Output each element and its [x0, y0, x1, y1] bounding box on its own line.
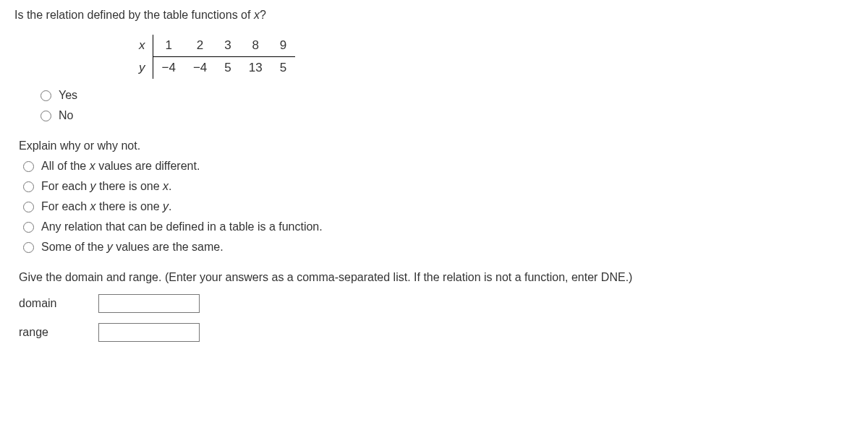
radio-icon	[23, 202, 34, 212]
option-explain-1[interactable]: All of the x values are different.	[23, 160, 854, 173]
y-cell-0: −4	[153, 57, 184, 79]
xy-table: x 1 2 3 8 9 y −4 −4 5 13 5	[130, 35, 854, 79]
option-explain-5-label: Some of the y values are the same.	[41, 241, 224, 254]
option-explain-3-label: For each x there is one y.	[41, 200, 172, 213]
y-cell-2: 5	[216, 57, 239, 79]
radio-icon	[23, 161, 34, 172]
radio-icon	[41, 90, 51, 101]
domain-range-instruction: Give the domain and range. (Enter your a…	[19, 271, 854, 284]
explain-options: All of the x values are different. For e…	[23, 160, 854, 254]
option-explain-2-label: For each y there is one x.	[41, 180, 172, 193]
x-cell-3: 8	[240, 35, 271, 57]
domain-input[interactable]	[98, 294, 200, 313]
question-text: Is the relation defined by the table fun…	[14, 9, 854, 22]
option-no[interactable]: No	[41, 109, 854, 122]
y-cell-1: −4	[184, 57, 216, 79]
question-prefix: Is the relation defined by the table fun…	[14, 9, 254, 21]
question-suffix: ?	[260, 9, 266, 21]
question-var: x	[254, 9, 260, 21]
y-row-label: y	[130, 57, 153, 79]
x-cell-2: 3	[216, 35, 239, 57]
radio-icon	[23, 181, 34, 192]
radio-icon	[23, 222, 34, 233]
x-row-label: x	[130, 35, 153, 57]
range-row: range	[19, 323, 854, 342]
x-cell-1: 2	[184, 35, 216, 57]
option-yes[interactable]: Yes	[41, 89, 854, 102]
explain-label: Explain why or why not.	[19, 139, 854, 152]
option-explain-1-label: All of the x values are different.	[41, 160, 200, 173]
option-yes-label: Yes	[59, 89, 77, 102]
option-no-label: No	[59, 109, 73, 122]
option-explain-4-label: Any relation that can be defined in a ta…	[41, 220, 323, 233]
range-input[interactable]	[98, 323, 200, 342]
domain-row: domain	[19, 294, 854, 313]
x-cell-4: 9	[271, 35, 295, 57]
radio-icon	[41, 111, 51, 121]
domain-label: domain	[19, 297, 98, 310]
option-explain-5[interactable]: Some of the y values are the same.	[23, 241, 854, 254]
radio-icon	[23, 242, 34, 253]
x-cell-0: 1	[153, 35, 184, 57]
yesno-options: Yes No	[41, 89, 854, 122]
y-cell-4: 5	[271, 57, 295, 79]
y-cell-3: 13	[240, 57, 271, 79]
option-explain-2[interactable]: For each y there is one x.	[23, 180, 854, 193]
option-explain-3[interactable]: For each x there is one y.	[23, 200, 854, 213]
range-label: range	[19, 326, 98, 339]
option-explain-4[interactable]: Any relation that can be defined in a ta…	[23, 220, 854, 233]
